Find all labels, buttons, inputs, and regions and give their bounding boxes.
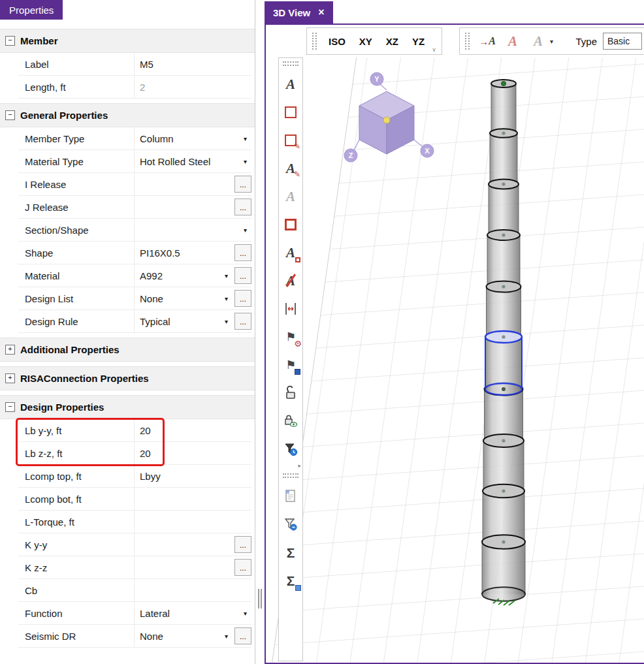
chevron-down-icon[interactable]: ▾: [221, 295, 228, 302]
view-tab[interactable]: 3D View ×: [265, 1, 333, 24]
ellipsis-button[interactable]: ...: [234, 536, 251, 553]
chevron-down-icon[interactable]: ▾: [550, 38, 553, 45]
chevron-down-icon[interactable]: ▾: [240, 135, 247, 142]
lb-yy-field[interactable]: 20: [135, 419, 251, 441]
member-settings-icon[interactable]: ⚑⚙: [281, 327, 300, 347]
ellipsis-button[interactable]: ...: [234, 290, 251, 307]
ellipsis-button[interactable]: ...: [234, 198, 251, 215]
selected-segment[interactable]: [485, 331, 522, 395]
section-header-design[interactable]: − Design Properties: [0, 395, 255, 419]
lcomp-bot-field[interactable]: [135, 488, 251, 510]
report-view-icon[interactable]: [281, 486, 300, 506]
draw-members-icon[interactable]: A: [281, 74, 300, 94]
close-icon[interactable]: ×: [318, 7, 324, 18]
toolbar-overflow-icon[interactable]: ∨: [432, 46, 436, 53]
toolbar-drag-handle[interactable]: [312, 33, 317, 50]
section-shape-select[interactable]: ▾: [135, 219, 251, 241]
cb-field[interactable]: [135, 579, 251, 601]
sum-selection-icon[interactable]: Σ: [281, 571, 300, 590]
split-members-icon[interactable]: [281, 299, 300, 319]
toolbar-drag-handle[interactable]: [283, 473, 298, 478]
property-label: Design List: [18, 287, 135, 309]
design-list-select[interactable]: None▾: [135, 287, 233, 309]
sum-results-icon[interactable]: Σ: [281, 543, 300, 562]
filter-clock-glyph: [283, 441, 298, 457]
ellipsis-button[interactable]: ...: [234, 313, 251, 330]
k-yy-field[interactable]: [135, 533, 233, 556]
ellipsis-button[interactable]: ...: [234, 559, 251, 576]
property-row-k-zz: K z-z ...: [18, 556, 251, 579]
chevron-down-icon[interactable]: ▾: [221, 272, 228, 279]
toolbar-overflow-icon[interactable]: ▸: [298, 462, 301, 469]
property-label: Lcomp bot, ft: [18, 488, 135, 510]
property-label: Section/Shape: [18, 219, 135, 241]
modify-plates-icon[interactable]: ✎: [281, 131, 300, 150]
type-combo[interactable]: Basic: [603, 33, 642, 50]
expand-icon[interactable]: +: [5, 345, 15, 355]
draw-wall-panels-icon[interactable]: [281, 215, 300, 234]
property-row-lcomp-top: Lcomp top, ft Lbyy: [18, 465, 251, 488]
j-release-field[interactable]: [135, 196, 233, 218]
chevron-down-icon[interactable]: ▾: [240, 610, 247, 617]
k-zz-field[interactable]: [135, 556, 233, 578]
lcomp-top-field[interactable]: Lbyy: [135, 465, 251, 487]
modify-wall-panels-icon[interactable]: A: [281, 243, 300, 262]
property-label: Lcomp top, ft: [18, 465, 135, 487]
toolbar-drag-handle[interactable]: [465, 33, 470, 50]
material-select[interactable]: A992▾: [135, 264, 233, 287]
splitter-grip: [258, 589, 259, 609]
function-select[interactable]: Lateral▾: [135, 602, 251, 624]
xz-view-button[interactable]: XZ: [382, 35, 402, 48]
seismic-dr-select[interactable]: None▾: [135, 625, 233, 647]
view-orientation-toolbar: ISO XY XZ YZ ∨: [306, 27, 442, 55]
toolbar-drag-handle[interactable]: [283, 61, 298, 66]
section-header-additional[interactable]: + Additional Properties: [0, 338, 255, 362]
ellipsis-button[interactable]: ...: [234, 176, 251, 193]
lb-zz-field[interactable]: 20: [135, 442, 251, 464]
chevron-down-icon[interactable]: ▾: [221, 318, 228, 325]
delete-members-icon[interactable]: A: [281, 271, 300, 291]
filter-remove-icon[interactable]: [281, 514, 300, 534]
chevron-down-icon[interactable]: ▾: [221, 633, 228, 640]
draw-plates-icon[interactable]: [281, 103, 300, 122]
property-row-i-release: I Release ...: [18, 173, 251, 196]
material-type-select[interactable]: Hot Rolled Steel▾: [135, 150, 251, 172]
design-rule-select[interactable]: Typical▾: [135, 310, 233, 332]
label-field[interactable]: M5: [135, 53, 251, 75]
ellipsis-button[interactable]: ...: [234, 267, 251, 284]
length-field[interactable]: 2: [135, 76, 251, 98]
members-display-icon[interactable]: A: [528, 31, 548, 51]
viewport-3d[interactable]: Y Z X: [266, 57, 644, 663]
member-type-select[interactable]: Column▾: [135, 127, 251, 150]
lock-visibility-icon[interactable]: [281, 411, 300, 431]
xy-view-button[interactable]: XY: [355, 35, 376, 48]
apply-member-icon[interactable]: →A: [477, 31, 497, 51]
chevron-down-icon[interactable]: ▾: [240, 227, 247, 234]
ellipsis-button[interactable]: ...: [234, 244, 251, 261]
collapse-icon[interactable]: −: [5, 36, 15, 46]
save-selection-icon[interactable]: ⚑: [281, 355, 300, 375]
modify-members-icon[interactable]: A✎: [281, 159, 300, 178]
l-torque-field[interactable]: [135, 511, 251, 533]
panel-splitter[interactable]: [255, 0, 265, 664]
yz-view-button[interactable]: YZ: [408, 35, 428, 48]
select-members-icon[interactable]: A: [281, 187, 300, 206]
unlock-icon[interactable]: [281, 383, 300, 403]
ellipsis-button[interactable]: ...: [234, 627, 251, 644]
scene-svg[interactable]: Y Z X: [266, 57, 644, 664]
collapse-icon[interactable]: −: [5, 402, 15, 412]
property-row-design-rule: Design Rule Typical▾ ...: [18, 310, 251, 333]
filter-history-icon[interactable]: [281, 439, 300, 459]
properties-tab[interactable]: Properties: [0, 0, 63, 20]
property-label: Shape: [18, 242, 135, 264]
expand-icon[interactable]: +: [5, 373, 15, 383]
section-header-member[interactable]: − Member: [0, 29, 255, 53]
collapse-icon[interactable]: −: [5, 110, 15, 120]
section-header-general[interactable]: − General Properties: [0, 103, 255, 127]
members-highlight-icon[interactable]: A: [503, 31, 523, 51]
i-release-field[interactable]: [135, 173, 233, 195]
section-header-risaconnection[interactable]: + RISAConnection Properties: [0, 366, 255, 390]
iso-view-button[interactable]: ISO: [325, 35, 349, 48]
shape-field[interactable]: PI16X0.5: [135, 242, 233, 264]
chevron-down-icon[interactable]: ▾: [240, 158, 247, 165]
